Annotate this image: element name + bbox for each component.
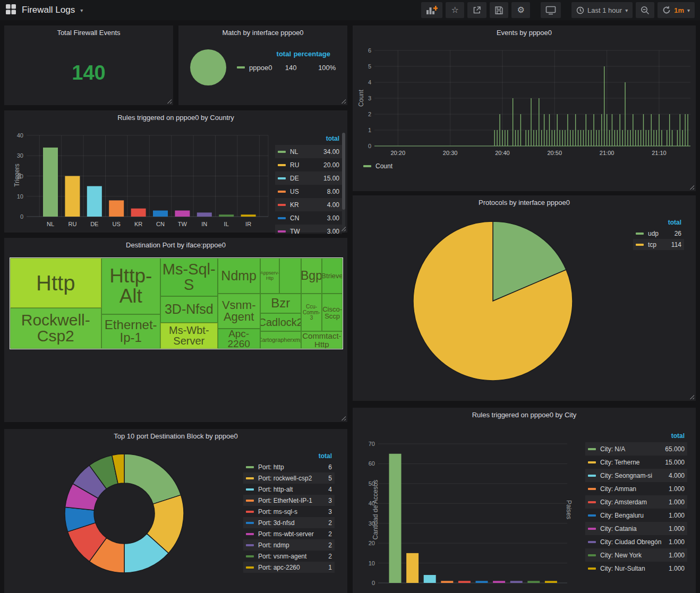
treemap-cell-blank[interactable]	[279, 258, 301, 294]
treemap-cell-Ccu-Comm-3[interactable]: Ccu-Comm-3	[301, 294, 322, 331]
legend-item-label[interactable]: Port: ms-wbt-server	[258, 530, 323, 538]
treemap-cell-Rockwell-Csp2[interactable]: Rockwell-Csp2	[10, 308, 101, 349]
bar-7[interactable]	[510, 581, 523, 583]
bar-KR[interactable]	[131, 209, 146, 217]
treemap-cell-Ethernet-Ip-1[interactable]: Ethernet-Ip-1	[101, 314, 160, 349]
dashboard-title[interactable]: Firewall Logs	[22, 5, 75, 15]
legend-item-label[interactable]: US	[290, 188, 322, 195]
legend-item-label[interactable]: pppoe0	[249, 64, 272, 72]
legend-item-value: 4.00	[327, 201, 339, 209]
treemap-cell-Apc-2260[interactable]: Apc-2260	[218, 329, 260, 349]
legend-item-label[interactable]: Port: http-alt	[258, 486, 323, 493]
legend-color-dash	[278, 230, 286, 233]
zoom-out-button[interactable]	[636, 2, 654, 18]
treemap-cell-Ms-Wbt-Server[interactable]: Ms-Wbt-Server	[160, 323, 218, 349]
tv-mode-button[interactable]	[541, 2, 561, 18]
pie-slice-pppoe0[interactable]	[190, 49, 226, 85]
legend-scrollbar[interactable]	[342, 133, 345, 233]
treemap-cell-Ndmp[interactable]: Ndmp	[218, 258, 260, 294]
legend-item-label[interactable]: Port: vsnm-agent	[258, 553, 323, 560]
bar-IR[interactable]	[241, 214, 256, 217]
bar-6[interactable]	[493, 581, 505, 583]
bar-NL[interactable]	[43, 148, 58, 217]
bar-CN[interactable]	[153, 211, 168, 217]
legend-item-label[interactable]: City: Seongnam-si	[600, 472, 663, 479]
bar-5[interactable]	[476, 581, 488, 583]
time-range-label: Last 1 hour	[587, 6, 622, 14]
bar-8[interactable]	[527, 581, 540, 583]
legend-color-dash	[588, 475, 596, 477]
star-button[interactable]: ☆	[446, 2, 464, 18]
legend-item-label[interactable]: Port: ndmp	[258, 542, 323, 549]
legend-item-label[interactable]: udp	[648, 230, 669, 237]
panel-title[interactable]: Destination Port by iface:pppoe0	[4, 241, 347, 249]
legend-item-label[interactable]: KR	[290, 201, 322, 209]
add-panel-button[interactable]	[421, 2, 442, 18]
treemap-cell-Appserv-Htp[interactable]: Appserv-Htp	[260, 258, 279, 294]
treemap-cell-Cartographerxmp[interactable]: Cartographerxmp	[260, 331, 301, 349]
bar-4[interactable]	[458, 581, 471, 583]
legend-item-label[interactable]: City: Nur-Sultan	[600, 565, 663, 572]
treemap-chart[interactable]: HttpRockwell-Csp2Http-AltEthernet-Ip-1Ms…	[10, 257, 343, 349]
bar-RU[interactable]	[65, 176, 80, 217]
panel-resize-handle[interactable]	[689, 185, 694, 190]
treemap-cell-Cadlock2[interactable]: Cadlock2	[260, 313, 301, 332]
legend-item-label[interactable]: City: N/A	[600, 445, 660, 453]
legend-item-label[interactable]: City: Amsterdam	[600, 499, 663, 506]
bar-TW[interactable]	[175, 211, 190, 217]
bar-IN[interactable]	[197, 212, 212, 217]
bar-1[interactable]	[406, 553, 419, 583]
legend-item-label[interactable]: TW	[290, 228, 322, 235]
bar-0[interactable]	[389, 454, 402, 583]
legend-item-label[interactable]: tcp	[648, 241, 666, 248]
bar-3[interactable]	[441, 581, 453, 583]
legend-item-label[interactable]: NL	[290, 148, 318, 156]
treemap-cell-Bgp[interactable]: Bgp	[301, 258, 322, 294]
bar-2[interactable]	[424, 575, 436, 583]
treemap-cell-Vsnm-Agent[interactable]: Vsnm-Agent	[218, 294, 260, 329]
treemap-cell-3D-Nfsd[interactable]: 3D-Nfsd	[160, 296, 218, 322]
pie-slice-Port: http[interactable]	[124, 454, 181, 504]
panel-resize-handle[interactable]	[167, 99, 172, 104]
panel-resize-handle[interactable]	[341, 99, 346, 104]
share-button[interactable]	[467, 2, 486, 18]
legend-item-label[interactable]: Port: rockwell-csp2	[258, 475, 323, 482]
legend-item-label[interactable]: City: Bengaluru	[600, 512, 663, 519]
time-range-picker[interactable]: Last 1 hour ▾	[571, 2, 633, 18]
legend-item-label[interactable]: City: Terherne	[600, 459, 660, 466]
chevron-down-icon[interactable]: ▾	[80, 7, 83, 13]
legend-item-label[interactable]: City: Catania	[600, 525, 663, 532]
legend-item-label[interactable]: City: Amman	[600, 485, 663, 493]
treemap-cell-Commtact-Http[interactable]: Commtact-Http	[301, 331, 343, 349]
refresh-button[interactable]: 1m ▾	[658, 2, 695, 18]
legend-item-label[interactable]: Port: 3d-nfsd	[258, 519, 323, 527]
legend-item-label[interactable]: Port: EtherNet-IP-1	[258, 497, 323, 504]
legend-item-label[interactable]: City: New York	[600, 552, 663, 559]
legend-item-label[interactable]: RU	[290, 161, 318, 169]
legend-item-label[interactable]: Port: http	[258, 463, 323, 471]
legend-item-label[interactable]: DE	[290, 175, 318, 182]
treemap-cell-Http-Alt[interactable]: Http-Alt	[101, 258, 160, 314]
bar-DE[interactable]	[87, 186, 102, 217]
bar-IL[interactable]	[219, 214, 234, 217]
time-series-chart[interactable]: 012345620:2020:3020:4020:5021:0021:10	[353, 25, 696, 191]
bar-9[interactable]	[545, 581, 557, 583]
legend-item-label[interactable]: Count	[375, 162, 392, 170]
treemap-cell-Cisco-Sccp[interactable]: Cisco-Sccp	[322, 294, 343, 331]
legend-item-label[interactable]: Port: ms-sql-s	[258, 508, 323, 515]
settings-button[interactable]: ⚙	[511, 2, 530, 18]
panel-resize-handle[interactable]	[341, 226, 346, 231]
panel-resize-handle[interactable]	[341, 416, 346, 420]
apps-grid-icon[interactable]	[5, 4, 16, 17]
legend-item-label[interactable]: Port: apc-2260	[258, 564, 323, 571]
panel-resize-handle[interactable]	[689, 394, 694, 399]
legend-item-label[interactable]: City: Ciudad Obregón	[600, 538, 663, 546]
panel-title[interactable]: Total Firewall Events	[4, 29, 173, 37]
treemap-cell-Bzr[interactable]: Bzr	[260, 294, 301, 313]
treemap-cell-Btrieve[interactable]: Btrieve	[322, 258, 343, 294]
bar-US[interactable]	[109, 200, 124, 217]
treemap-cell-Http[interactable]: Http	[10, 258, 101, 308]
save-button[interactable]	[490, 2, 508, 18]
treemap-cell-Ms-Sql-S[interactable]: Ms-Sql-S	[160, 258, 218, 296]
legend-item-label[interactable]: CN	[290, 214, 322, 222]
